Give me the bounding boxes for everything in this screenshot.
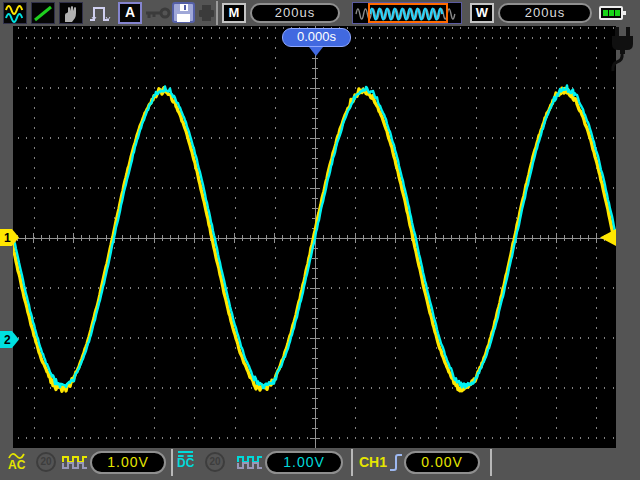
ch1-probe-icon [62,454,88,475]
trigger-position-flag[interactable]: 0.000s [282,28,351,47]
ch1-coupling-indicator: AC [8,452,25,471]
main-timebase-value[interactable]: 200us [250,3,340,23]
trigger-level-arrow[interactable] [599,229,616,250]
toolbar-separator [216,1,218,25]
rising-edge-icon [389,451,403,477]
pulse-icon[interactable] [88,2,115,28]
statusbar-separator-3 [490,449,492,476]
window-timebase-value[interactable]: 200us [498,3,592,23]
dual-waveform-icon[interactable] [3,2,27,24]
trigger-position-pointer [309,47,323,56]
dc-line-icon [178,451,193,453]
hand-icon[interactable] [59,2,83,24]
battery-icon [599,6,623,20]
graticule-area [13,26,616,448]
save-icon[interactable] [172,2,196,28]
ch1-marker-label: 1 [4,231,11,245]
trigger-source-label: CH1 [359,454,387,470]
ch2-probe-icon [237,454,263,475]
ch1-ground-marker[interactable]: 1 [0,229,20,246]
statusbar-separator [171,449,173,476]
ch2-marker-label: 2 [4,333,11,347]
auto-icon[interactable]: A [118,2,142,24]
ch2-coupling-indicator: DC [177,451,194,469]
trigger-level-value[interactable]: 0.00V [404,451,480,474]
oscilloscope-screen: A M 200us W 200us [0,0,640,480]
waveform-plot [13,26,616,448]
ch2-ground-marker[interactable]: 2 [0,331,20,348]
ac-plug-icon [610,27,637,79]
ch1-scale-value[interactable]: 1.00V [90,451,166,474]
main-timebase-icon: M [222,3,246,23]
waveform-preview-strip[interactable] [352,2,462,24]
ch2-scale-value[interactable]: 1.00V [265,451,343,474]
key-icon [144,5,172,25]
ch1-bandwidth-limit: 20 [36,452,56,472]
ch2-bandwidth-limit: 20 [205,452,225,472]
window-timebase-icon: W [470,3,494,23]
printer-icon [198,4,215,26]
statusbar-separator-2 [351,449,353,476]
status-bar: AC 20 1.00V DC 20 1.00V CH1 0.00V [0,448,640,480]
diagonal-line-icon[interactable] [31,2,55,24]
top-toolbar: A M 200us W 200us [0,0,640,26]
